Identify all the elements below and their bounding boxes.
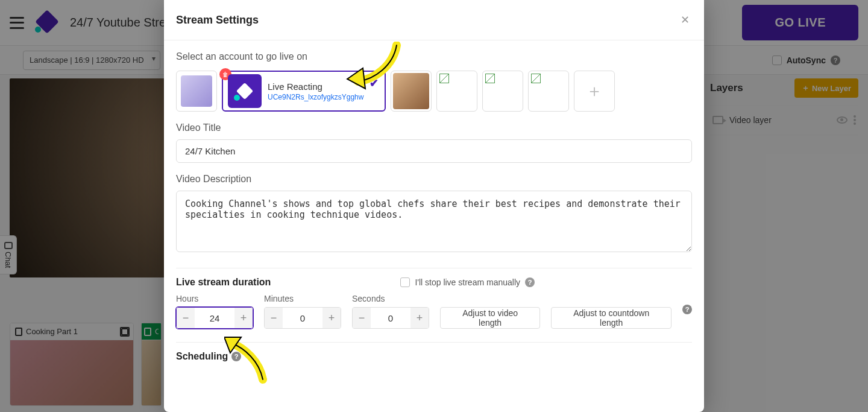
help-icon[interactable]: ? bbox=[682, 305, 692, 314]
broken-image-icon bbox=[531, 74, 541, 83]
stream-settings-modal: Stream Settings ✕ Select an account to g… bbox=[164, 0, 704, 412]
hours-increment-button[interactable]: + bbox=[234, 308, 253, 328]
account-select-label: Select an account to go live on bbox=[176, 51, 692, 62]
video-description-label: Video Description bbox=[176, 174, 692, 185]
divider bbox=[176, 268, 692, 268]
account-name: Live Reacting bbox=[268, 81, 363, 92]
modal-header: Stream Settings ✕ bbox=[164, 0, 704, 40]
hours-decrement-button[interactable]: − bbox=[177, 308, 195, 328]
account-channel-id[interactable]: UCe9N2Rs_lxzofygkzsYgghw bbox=[268, 93, 363, 101]
minutes-decrement-button[interactable]: − bbox=[265, 308, 283, 328]
scheduling-section-label: Scheduling ? bbox=[176, 351, 692, 362]
account-option[interactable] bbox=[391, 71, 432, 112]
account-option[interactable] bbox=[528, 71, 569, 112]
check-icon: ✔ bbox=[370, 77, 379, 90]
video-description-textarea[interactable] bbox=[176, 191, 692, 252]
manual-stop-checkbox[interactable] bbox=[400, 277, 410, 287]
account-option[interactable] bbox=[482, 71, 523, 112]
minutes-input[interactable] bbox=[283, 308, 322, 328]
plus-icon: ＋ bbox=[586, 80, 603, 103]
close-icon[interactable]: ✕ bbox=[678, 11, 692, 29]
divider bbox=[176, 342, 692, 343]
account-thumbnail bbox=[181, 75, 212, 107]
broken-image-icon bbox=[439, 74, 449, 83]
duration-row: Hours − + Minutes − + Seconds − bbox=[176, 294, 692, 329]
minutes-increment-button[interactable]: + bbox=[322, 308, 341, 328]
broken-image-icon bbox=[485, 74, 495, 83]
help-icon[interactable]: ? bbox=[525, 277, 535, 287]
video-title-input[interactable] bbox=[176, 139, 692, 163]
help-icon[interactable]: ? bbox=[231, 352, 241, 361]
account-option[interactable] bbox=[176, 71, 217, 112]
minutes-stepper: − + bbox=[264, 307, 341, 329]
account-option-active[interactable]: 🗑 Live Reacting UCe9N2Rs_lxzofygkzsYgghw… bbox=[222, 71, 386, 112]
adjust-to-video-button[interactable]: Adjust to video length bbox=[440, 307, 540, 329]
seconds-increment-button[interactable]: + bbox=[410, 308, 429, 328]
minutes-label: Minutes bbox=[264, 294, 341, 303]
accounts-row: 🗑 Live Reacting UCe9N2Rs_lxzofygkzsYgghw… bbox=[176, 71, 692, 112]
manual-stop-label: I'll stop live stream manually bbox=[415, 277, 520, 287]
account-option[interactable] bbox=[436, 71, 477, 112]
hours-input[interactable] bbox=[195, 308, 234, 328]
video-title-label: Video Title bbox=[176, 122, 692, 133]
account-thumbnail bbox=[393, 73, 429, 109]
seconds-input[interactable] bbox=[371, 308, 410, 328]
seconds-label: Seconds bbox=[352, 294, 429, 303]
account-logo-icon bbox=[228, 74, 262, 108]
seconds-stepper: − + bbox=[352, 307, 429, 329]
hours-stepper: − + bbox=[176, 307, 253, 329]
seconds-decrement-button[interactable]: − bbox=[353, 308, 371, 328]
modal-body: Select an account to go live on 🗑 Live R… bbox=[164, 40, 704, 412]
add-account-button[interactable]: ＋ bbox=[574, 71, 615, 112]
modal-title: Stream Settings bbox=[176, 14, 259, 27]
adjust-to-countdown-button[interactable]: Adjust to countdown length bbox=[551, 307, 671, 329]
hours-label: Hours bbox=[176, 294, 253, 303]
duration-section-label: Live stream duration bbox=[176, 277, 271, 288]
